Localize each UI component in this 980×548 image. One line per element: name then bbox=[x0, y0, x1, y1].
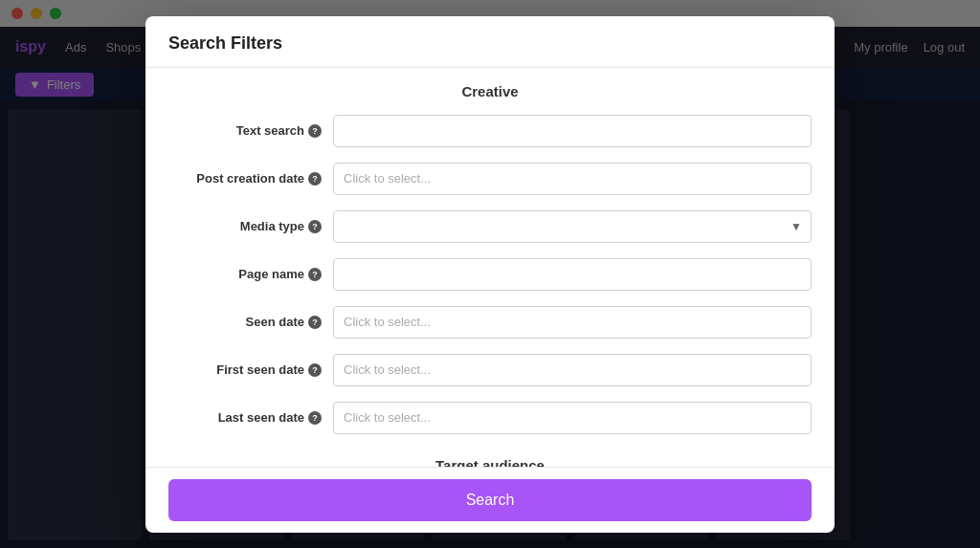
media-type-select-wrapper: ▼ bbox=[333, 210, 812, 243]
media-type-row: Media type ? ▼ bbox=[168, 203, 812, 251]
post-creation-date-help-icon[interactable]: ? bbox=[308, 172, 322, 186]
modal-header: Search Filters bbox=[145, 16, 835, 68]
post-creation-date-input[interactable] bbox=[333, 163, 812, 195]
last-seen-date-label: Last seen date ? bbox=[168, 410, 322, 425]
modal-footer: Search bbox=[145, 467, 835, 533]
post-creation-date-label: Post creation date ? bbox=[168, 171, 322, 186]
page-name-input[interactable] bbox=[333, 258, 812, 291]
target-audience-section-title: Target audience bbox=[168, 442, 812, 467]
post-creation-date-row: Post creation date ? bbox=[168, 155, 812, 203]
search-button[interactable]: Search bbox=[168, 479, 812, 521]
search-filters-modal: Search Filters Creative Text search ? Po… bbox=[145, 16, 835, 533]
first-seen-date-help-icon[interactable]: ? bbox=[308, 363, 322, 377]
media-type-label: Media type ? bbox=[168, 219, 322, 233]
seen-date-input[interactable] bbox=[333, 306, 812, 339]
creative-section-title: Creative bbox=[168, 68, 812, 107]
first-seen-date-row: First seen date ? bbox=[168, 346, 812, 394]
modal-overlay: Search Filters Creative Text search ? Po… bbox=[0, 0, 980, 548]
first-seen-date-input[interactable] bbox=[333, 354, 812, 386]
modal-title: Search Filters bbox=[168, 33, 812, 54]
media-type-help-icon[interactable]: ? bbox=[308, 220, 322, 233]
last-seen-date-input[interactable] bbox=[333, 402, 812, 434]
last-seen-date-help-icon[interactable]: ? bbox=[308, 411, 322, 425]
page-name-label: Page name ? bbox=[168, 267, 322, 281]
seen-date-label: Seen date ? bbox=[168, 315, 322, 329]
page-name-row: Page name ? bbox=[168, 251, 812, 298]
text-search-row: Text search ? bbox=[168, 107, 812, 155]
last-seen-date-row: Last seen date ? bbox=[168, 394, 812, 442]
modal-body[interactable]: Creative Text search ? Post creation dat… bbox=[145, 68, 835, 467]
text-search-input[interactable] bbox=[333, 115, 812, 147]
text-search-help-icon[interactable]: ? bbox=[308, 124, 322, 138]
seen-date-row: Seen date ? bbox=[168, 298, 812, 346]
seen-date-help-icon[interactable]: ? bbox=[308, 316, 322, 329]
page-name-help-icon[interactable]: ? bbox=[308, 268, 322, 281]
media-type-select[interactable] bbox=[333, 210, 812, 243]
text-search-label: Text search ? bbox=[168, 123, 322, 138]
first-seen-date-label: First seen date ? bbox=[168, 362, 322, 377]
